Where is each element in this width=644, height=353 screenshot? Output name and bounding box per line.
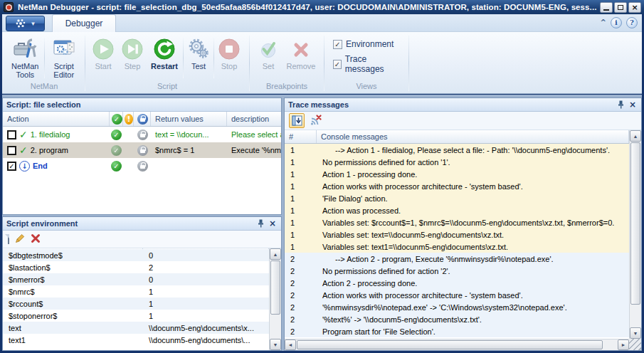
environment-row[interactable]: $rccount$1 <box>3 297 269 310</box>
trace-message-row[interactable]: 1Action was processed. <box>285 204 629 216</box>
checkbox-label: Environment <box>346 39 394 49</box>
breakpoint-checkbox[interactable] <box>7 130 16 139</box>
scroll-down-button[interactable]: ▼ <box>270 339 281 350</box>
close-panel-icon[interactable]: × <box>628 100 638 110</box>
column-header-number[interactable]: # <box>285 130 317 143</box>
trace-horizontal-scrollbar[interactable]: ◄ ► <box>285 339 629 350</box>
step-button[interactable]: Step <box>118 35 147 72</box>
trace-message-row[interactable]: 1No permissions defined for action '1'. <box>285 156 629 168</box>
action-label: End <box>33 162 48 170</box>
checkbox-trace-messages[interactable]: ✓ Trace messages <box>333 54 401 74</box>
trace-message-row[interactable]: 2--> Action 2 - program, Execute '%nmwin… <box>285 253 629 265</box>
column-header-lock[interactable] <box>134 112 151 126</box>
warning-icon: ! <box>125 114 133 125</box>
scroll-left-button[interactable]: ◄ <box>285 339 296 350</box>
netman-tools-button[interactable]: NetMan Tools <box>6 35 43 80</box>
column-header-warning[interactable]: ! <box>123 112 134 126</box>
application-menu-button[interactable]: ▼ <box>6 16 45 31</box>
tab-debugger[interactable]: Debugger <box>52 14 116 32</box>
scroll-right-button[interactable]: ► <box>618 339 629 350</box>
new-variable-button[interactable] <box>8 235 9 243</box>
trace-rows: 1--> Action 1 - filedialog, Please selec… <box>285 144 629 339</box>
environment-row[interactable]: $stoponerror$1 <box>3 310 269 322</box>
set-breakpoint-button[interactable]: Set <box>254 35 283 72</box>
environment-row[interactable]: $nmrc$1 <box>3 285 269 297</box>
trace-message-row[interactable]: 1Variables set: $rccount$=1, $nmrc$=\\do… <box>285 216 629 228</box>
variable-cell: text <box>3 324 143 332</box>
column-header-status[interactable]: ✓ <box>110 112 123 126</box>
message-text-cell: Action works with processor architecture… <box>317 291 629 300</box>
trace-message-row[interactable]: 2'%text%' -> '\\docunm5-eng\documents\xz… <box>285 313 629 325</box>
title-bar: NetMan Debugger - script: file_selection… <box>0 0 644 14</box>
scroll-up-button[interactable]: ▲ <box>630 130 641 142</box>
checkbox-environment[interactable]: ✓ Environment <box>333 39 401 49</box>
trace-message-row[interactable]: 1'File Dialog' action. <box>285 192 629 204</box>
stop-button[interactable]: Stop <box>215 35 243 72</box>
test-button[interactable]: Test <box>184 35 213 72</box>
environment-row[interactable]: text\\docunm5-eng\documents\x... <box>3 322 269 334</box>
trace-message-row[interactable]: 2Action 2 - processing done. <box>285 277 629 289</box>
trace-vertical-scrollbar[interactable]: ▲ ▼ <box>629 130 641 339</box>
column-header-console-messages[interactable]: Console messages <box>317 130 629 143</box>
scroll-up-button[interactable]: ▲ <box>270 248 281 260</box>
trace-message-row[interactable]: 1--> Action 1 - filedialog, Please selec… <box>285 144 629 156</box>
start-button[interactable]: Start <box>88 35 118 72</box>
message-number-cell: 1 <box>285 218 317 227</box>
status-success-icon: ✓ <box>111 145 122 156</box>
step-icon <box>121 36 144 62</box>
action-cell: ✓↓End <box>3 161 110 172</box>
column-header-action[interactable]: Action <box>3 112 110 126</box>
close-panel-icon[interactable]: × <box>268 218 278 228</box>
trace-message-row[interactable]: 2Program start for 'File Selection'. <box>285 325 629 337</box>
trace-message-row[interactable]: 1Action works with processor architectur… <box>285 180 629 192</box>
script-action-row[interactable]: ✓2. program✓$nmrc$ = 1Execute '%nmw <box>3 142 281 158</box>
scroll-thumb[interactable] <box>630 142 640 305</box>
play-icon <box>92 36 115 62</box>
return-value-cell: text = \\docun... <box>151 130 227 139</box>
checkbox-label: Trace messages <box>345 54 401 74</box>
autoscroll-toggle-button[interactable] <box>289 113 305 128</box>
pin-icon[interactable] <box>616 100 625 110</box>
disconnect-trace-button[interactable] <box>310 115 322 127</box>
remove-breakpoint-button[interactable]: Remove <box>283 35 320 72</box>
environment-row[interactable]: $nmerror$0 <box>3 273 269 285</box>
trace-message-row[interactable]: 2'%nmwinsysdir%\notepad.exe' -> 'C:\Wind… <box>285 301 629 313</box>
minimize-ribbon-icon[interactable]: ^ <box>601 19 606 26</box>
scroll-thumb[interactable] <box>297 340 603 349</box>
pin-icon[interactable] <box>255 218 265 228</box>
breakpoint-checkbox[interactable] <box>7 146 16 155</box>
button-label: Restart <box>151 62 178 70</box>
column-header-description[interactable]: description <box>227 112 281 126</box>
environment-row[interactable]: $dbgtestmode$0 <box>3 249 269 261</box>
environment-vertical-scrollbar[interactable]: ▲ ▼ <box>269 248 281 350</box>
trace-message-row[interactable]: 1Variables set: text=\\docunm5-eng\docum… <box>285 228 629 241</box>
description-cell: Please select a <box>227 130 281 139</box>
column-header-return-values[interactable]: Return values <box>151 112 227 126</box>
resize-grip[interactable] <box>629 339 641 350</box>
edit-variable-button[interactable] <box>15 233 25 245</box>
environment-row[interactable]: text1\\docunm5-eng\documents\... <box>3 334 269 346</box>
script-editor-button[interactable]: Script Editor <box>46 35 82 80</box>
delete-variable-button[interactable] <box>31 233 41 245</box>
help-icon[interactable]: ? <box>626 17 638 28</box>
trace-message-row[interactable]: 2Action works with processor architectur… <box>285 289 629 301</box>
info-icon[interactable]: i <box>611 17 622 28</box>
trace-message-row[interactable]: 2No permissions defined for action '2'. <box>285 265 629 277</box>
close-button[interactable]: × <box>628 2 641 13</box>
script-panel: Script: file selection Action ✓ ! Return… <box>2 98 282 215</box>
environment-rows: $dbgtestmode$0$lastaction$2$nmerror$0$nm… <box>3 249 269 350</box>
restart-button[interactable]: Restart <box>147 35 182 72</box>
script-action-rows: ✓1. filedialog✓text = \\docun...Please s… <box>3 127 281 174</box>
script-action-row[interactable]: ✓↓End✓ <box>3 158 281 174</box>
window-title: NetMan Debugger - script: file_selection… <box>18 3 597 11</box>
scroll-down-button[interactable]: ▼ <box>630 327 641 339</box>
maximize-button[interactable] <box>614 2 627 13</box>
environment-row[interactable]: $lastaction$2 <box>3 261 269 273</box>
trace-message-row[interactable]: 1Variables set: text1=\\docunm5-eng\docu… <box>285 241 629 253</box>
breakpoint-checkbox[interactable]: ✓ <box>7 162 16 171</box>
script-action-row[interactable]: ✓1. filedialog✓text = \\docun...Please s… <box>3 127 281 142</box>
trace-message-row[interactable]: 1Action 1 - processing done. <box>285 168 629 180</box>
scroll-thumb[interactable] <box>270 260 280 315</box>
value-cell: 2 <box>143 263 269 272</box>
minimize-button[interactable] <box>600 2 613 13</box>
